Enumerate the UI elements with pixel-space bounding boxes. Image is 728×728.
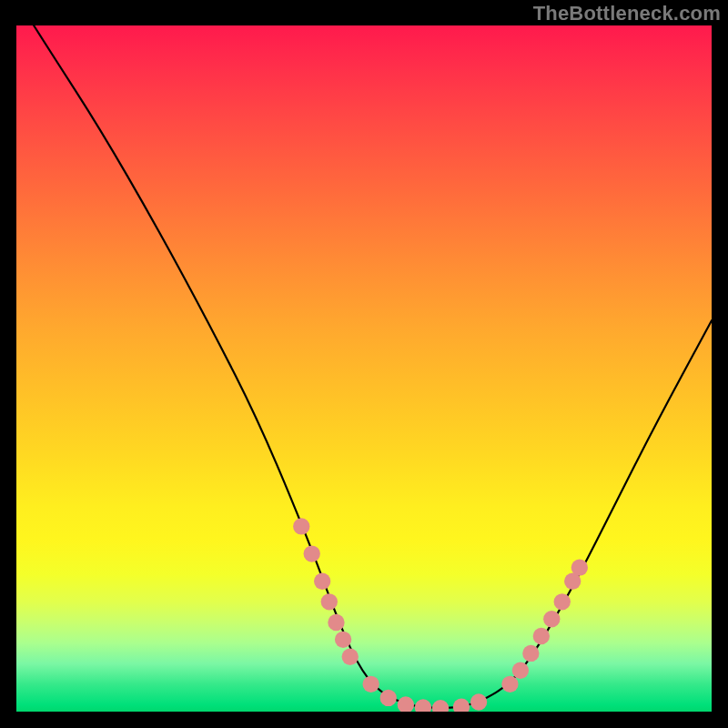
- curve-marker: [415, 699, 431, 712]
- plot-area: [16, 25, 712, 712]
- curve-marker: [571, 559, 588, 575]
- curve-marker: [328, 614, 344, 631]
- curve-marker: [501, 676, 518, 693]
- curve-marker: [304, 545, 320, 561]
- curve-marker: [314, 573, 330, 590]
- curve-layer: [16, 25, 712, 712]
- curve-marker: [470, 693, 487, 710]
- bottleneck-curve: [16, 25, 712, 708]
- curve-marker: [293, 518, 309, 534]
- curve-marker: [453, 699, 470, 712]
- curve-marker: [512, 662, 529, 679]
- curve-marker: [342, 648, 359, 664]
- curve-marker: [554, 593, 571, 610]
- curve-marker: [335, 632, 351, 648]
- chart-frame: TheBottleneck.com: [0, 0, 728, 728]
- curve-marker: [543, 611, 560, 627]
- curve-marker: [380, 690, 397, 706]
- marker-group: [293, 518, 588, 712]
- curve-marker: [522, 645, 539, 662]
- curve-marker: [432, 700, 449, 712]
- curve-marker: [398, 696, 414, 712]
- curve-marker: [533, 628, 550, 644]
- curve-marker: [362, 676, 379, 693]
- attribution-text: TheBottleneck.com: [533, 2, 721, 25]
- curve-marker: [321, 593, 338, 610]
